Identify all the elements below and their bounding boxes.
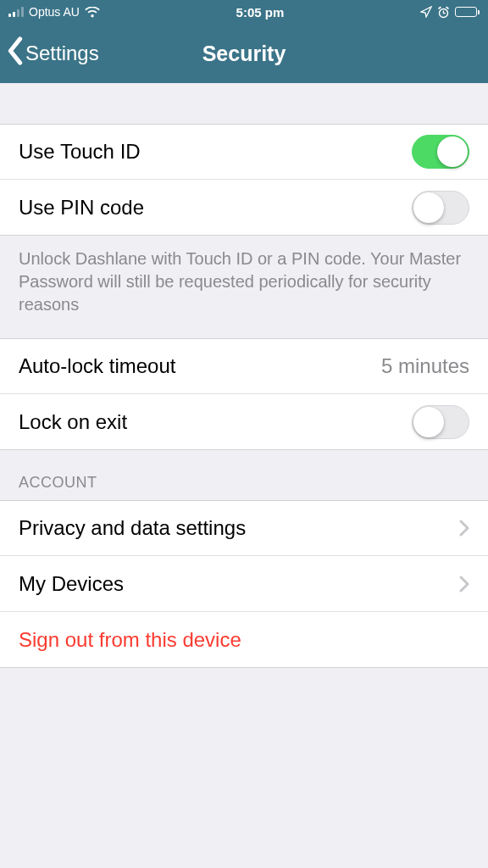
my-devices-label: My Devices bbox=[19, 572, 124, 596]
use-pin-code-toggle[interactable] bbox=[412, 191, 469, 225]
row-lock-on-exit: Lock on exit bbox=[0, 394, 488, 450]
auto-lock-value: 5 minutes bbox=[381, 354, 469, 378]
unlock-footer-text: Unlock Dashlane with Touch ID or a PIN c… bbox=[0, 236, 488, 338]
battery-icon bbox=[455, 7, 480, 17]
row-privacy-data-settings[interactable]: Privacy and data settings bbox=[0, 500, 488, 556]
row-auto-lock-timeout[interactable]: Auto-lock timeout 5 minutes bbox=[0, 338, 488, 394]
back-button[interactable]: Settings bbox=[0, 36, 99, 70]
alarm-icon bbox=[437, 6, 450, 19]
top-spacer bbox=[0, 83, 488, 124]
navigation-bar: Settings Security bbox=[0, 24, 488, 83]
row-use-pin-code: Use PIN code bbox=[0, 180, 488, 236]
carrier-label: Optus AU bbox=[29, 5, 80, 19]
chevron-left-icon bbox=[7, 36, 24, 70]
privacy-label: Privacy and data settings bbox=[19, 516, 246, 540]
location-icon bbox=[420, 6, 432, 18]
status-time: 5:05 pm bbox=[236, 5, 285, 19]
status-left: Optus AU bbox=[8, 5, 100, 19]
cellular-signal-icon bbox=[8, 7, 24, 17]
chevron-right-icon bbox=[459, 520, 469, 537]
use-touch-id-toggle[interactable] bbox=[412, 135, 469, 169]
row-sign-out[interactable]: Sign out from this device bbox=[0, 612, 488, 668]
row-my-devices[interactable]: My Devices bbox=[0, 556, 488, 612]
lock-on-exit-label: Lock on exit bbox=[19, 410, 127, 434]
auto-lock-label: Auto-lock timeout bbox=[19, 354, 175, 378]
sign-out-label: Sign out from this device bbox=[19, 628, 241, 652]
wifi-icon bbox=[85, 7, 100, 18]
account-section-header: ACCOUNT bbox=[0, 450, 488, 500]
use-pin-code-label: Use PIN code bbox=[19, 196, 144, 220]
status-bar: Optus AU 5:05 pm bbox=[0, 0, 488, 24]
chevron-right-icon bbox=[459, 576, 469, 593]
use-touch-id-label: Use Touch ID bbox=[19, 140, 141, 164]
row-use-touch-id: Use Touch ID bbox=[0, 124, 488, 180]
lock-on-exit-toggle[interactable] bbox=[412, 405, 469, 439]
status-right bbox=[420, 6, 480, 19]
back-label: Settings bbox=[25, 42, 99, 65]
